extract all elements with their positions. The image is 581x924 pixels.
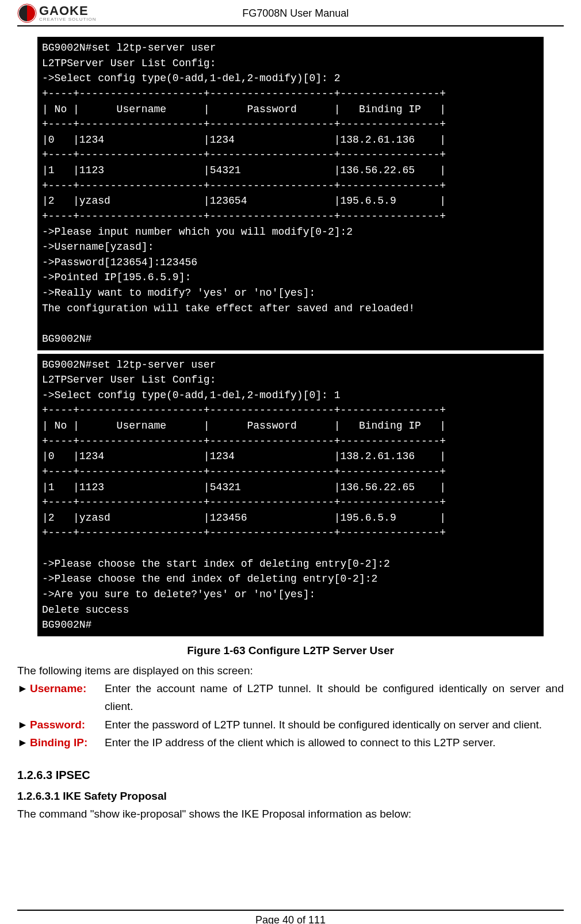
bullet-marker: ► xyxy=(17,734,30,751)
page-header: GAOKE CREATIVE SOLUTION FG7008N User Man… xyxy=(17,0,564,26)
intro-text: The following items are displayed on thi… xyxy=(17,662,564,679)
field-label: Binding IP: xyxy=(30,734,105,751)
subsection-text: The command "show ike-proposal" shows th… xyxy=(17,805,564,823)
field-label: Password: xyxy=(30,716,105,734)
bullet-marker: ► xyxy=(17,716,30,734)
field-item: ►Username:Enter the account name of L2TP… xyxy=(17,679,564,716)
terminal-screenshot-delete: BG9002N#set l2tp-server user L2TPServer … xyxy=(37,354,544,636)
figure-caption: Figure 1-63 Configure L2TP Server User xyxy=(17,644,564,657)
subsection-heading-ike: 1.2.6.3.1 IKE Safety Proposal xyxy=(17,790,564,803)
field-item: ►Password:Enter the password of L2TP tun… xyxy=(17,716,564,734)
field-label: Username: xyxy=(30,679,105,716)
field-description: Enter the password of L2TP tunnel. It sh… xyxy=(105,716,564,734)
brand-logo: GAOKE CREATIVE SOLUTION xyxy=(17,3,97,23)
section-heading-ipsec: 1.2.6.3 IPSEC xyxy=(17,769,564,782)
brand-subtitle: CREATIVE SOLUTION xyxy=(39,17,97,22)
terminal-screenshot-modify: BG9002N#set l2tp-server user L2TPServer … xyxy=(37,37,544,350)
field-description: Enter the IP address of the client which… xyxy=(105,734,564,751)
bullet-marker: ► xyxy=(17,679,30,716)
document-title: FG7008N User Manual xyxy=(97,7,564,20)
brand-name: GAOKE xyxy=(39,5,97,17)
field-item: ►Binding IP:Enter the IP address of the … xyxy=(17,734,564,751)
field-description: Enter the account name of L2TP tunnel. I… xyxy=(105,679,564,716)
page-footer: Page 40 of 111 xyxy=(17,910,564,924)
brand-logo-icon xyxy=(17,3,37,23)
